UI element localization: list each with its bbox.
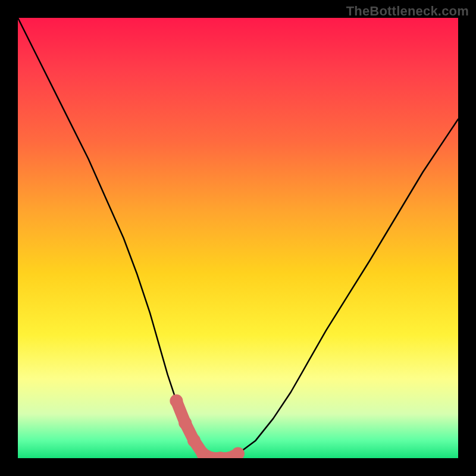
bottleneck-curve [18, 18, 458, 458]
outer-frame: TheBottleneck.com [0, 0, 476, 476]
optimal-marker [170, 394, 183, 408]
optimal-marker-group [170, 394, 245, 458]
chart-svg [18, 18, 458, 458]
watermark-text: TheBottleneck.com [346, 4, 469, 19]
optimal-marker [231, 447, 245, 458]
optimal-marker [187, 434, 201, 447]
optimal-marker [178, 416, 192, 430]
